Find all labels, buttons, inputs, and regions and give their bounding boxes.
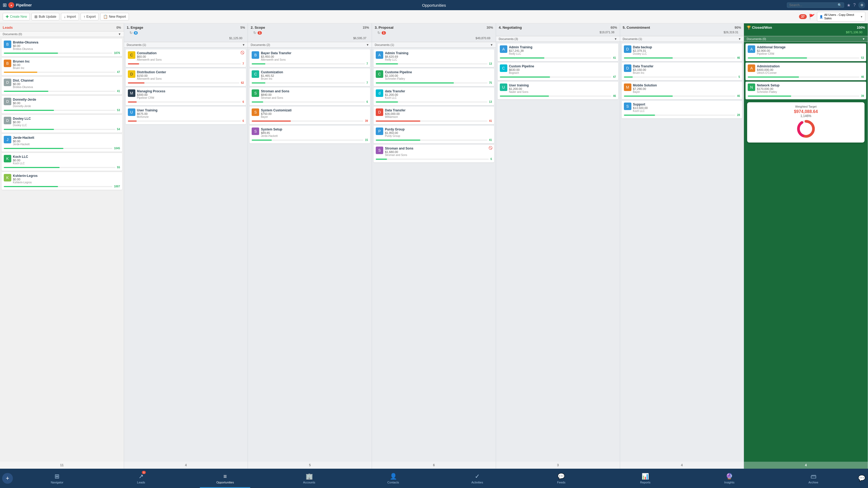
card-days: 53: [117, 109, 120, 112]
card[interactable]: C Custom Pipeline $630.00 Bogisich 47: [498, 63, 618, 80]
search-input[interactable]: [789, 3, 838, 7]
card[interactable]: S System Customizati $750.00 Bayer 39: [249, 106, 370, 124]
docs-header-negotiating[interactable]: Documents (3) ▼: [496, 36, 620, 42]
card[interactable]: B Brunen Inc $0.00 Bruen Inc 47: [2, 58, 122, 75]
card-logo: D: [4, 98, 11, 105]
import-button[interactable]: ↓ Import: [61, 13, 79, 21]
docs-chevron: ▼: [738, 37, 741, 40]
card-info: Network Setup $170,000.00 Schmeler-Flatl…: [757, 84, 864, 93]
card-progress-bar: [500, 76, 550, 77]
card-amount: $1,950.00: [385, 131, 492, 134]
cancel-icon[interactable]: 🚫: [240, 51, 244, 55]
new-report-button[interactable]: 📋 New Report: [100, 13, 129, 21]
card[interactable]: 🚫 S Stroman and Sons $1,680.00 Stroman a…: [374, 145, 494, 162]
card[interactable]: B Bayer Data Transfer $3,450.00 Altenwer…: [249, 50, 370, 67]
card-progress: [4, 110, 116, 111]
card[interactable]: D Distribution Center $150.00 Altenwerth…: [126, 68, 246, 86]
card-name: Stroman and Sons: [261, 89, 368, 93]
card-amount: $750.00: [261, 112, 368, 116]
docs-header-commitment[interactable]: Documents (1) ▼: [620, 36, 744, 42]
star-icon[interactable]: ★: [847, 3, 850, 8]
card-logo: B: [4, 40, 11, 48]
create-new-button[interactable]: ✚ Create New: [3, 13, 30, 21]
card-footer: 13: [376, 100, 492, 103]
card[interactable]: C Custome Pipeline $2,100.00 Schmeler-Fl…: [374, 68, 494, 86]
nav-item-insights[interactable]: 🔮 Insights: [687, 469, 771, 488]
refresh-icon[interactable]: ↻: [129, 31, 133, 35]
nav-item-feeds[interactable]: 💬 Feeds: [519, 469, 603, 488]
user-filter-dropdown[interactable]: 👤 All Users - Copy Direct Sales ▼: [817, 12, 865, 22]
card-logo: A: [748, 45, 755, 53]
nav-item-accounts[interactable]: 🏢 Accounts: [267, 469, 351, 488]
card[interactable]: D Data Transfer $36,000.00 Williamson 41: [374, 106, 494, 124]
nav-item-reports[interactable]: 📊 Reports: [603, 469, 687, 488]
nav-item-opportunities[interactable]: ≡ Opportunities: [183, 469, 267, 488]
nav-item-archive[interactable]: 🗃 Archive: [771, 469, 856, 488]
search-box[interactable]: 🔍: [787, 2, 844, 8]
nav-item-activities[interactable]: ✓ Activities: [435, 469, 519, 488]
docs-header-leads[interactable]: Documents (0) ▼: [0, 31, 124, 37]
card[interactable]: 🚫 C Consultation $60.00 Altenwerth and S…: [126, 50, 246, 67]
col-header-row: Leads 0%: [3, 26, 121, 30]
bulk-update-button[interactable]: ⊞ Bulk Update: [31, 13, 59, 21]
card[interactable]: A Additional Storage $2,900.00 Pipeliner…: [746, 43, 866, 61]
nav-item-navigator[interactable]: ⊞ Navigator: [15, 469, 99, 488]
card-name: Brunen Inc: [13, 60, 120, 63]
card[interactable]: K Koch LLC $0.00 Koch LLC 55: [2, 153, 122, 171]
card-logo: D: [624, 64, 631, 72]
archive-icon: 🗃: [810, 473, 816, 480]
help-button[interactable]: 💬: [858, 475, 865, 482]
card[interactable]: D Data Transfer $3,150.00 Bruen Inc 5: [622, 63, 742, 80]
card-header: A Admin Training $17,241.38 Reilly LLC: [500, 45, 616, 55]
docs-header-engage[interactable]: Documents (1) ▼: [124, 42, 248, 48]
card[interactable]: S Support $13,500.00 Koch LLC 28: [622, 101, 742, 118]
export-button[interactable]: ↑ Export: [81, 13, 99, 21]
nav-item-leads[interactable]: ↗ Leads 1: [99, 469, 183, 488]
user-avatar[interactable]: ⚙: [858, 2, 865, 9]
col-cards-commitment: D Data backup $2,379.31 Dooley LLC 46: [620, 42, 744, 462]
help-icon[interactable]: ?: [853, 3, 856, 7]
card[interactable]: U User Training $675.00 McKenzie 6: [126, 106, 246, 124]
apps-icon[interactable]: ⊞: [3, 2, 7, 8]
docs-header-closed_won[interactable]: Documents (0) ▼: [744, 36, 868, 42]
card[interactable]: D Donnelly-Jerde $0.00 Donnelly-Jerde 53: [2, 96, 122, 113]
card[interactable]: M Managing Process $300.00 Pipeliner CRM…: [126, 88, 246, 105]
card[interactable]: d data Transfer $1,200.00 Koch LLC 13: [374, 88, 494, 105]
card[interactable]: D Data backup $2,379.31 Dooley LLC 46: [622, 43, 742, 61]
refresh-icon[interactable]: ↻: [377, 31, 380, 35]
card[interactable]: A Admin Training $8,620.69 Reilly LLC 13: [374, 50, 494, 67]
card[interactable]: A Administration $400,000.00 Ullrich-O'C…: [746, 63, 866, 80]
card[interactable]: S Stroman and Sons $840.00 Stroman and S…: [249, 88, 370, 105]
docs-header-scope[interactable]: Documents (2) ▼: [248, 42, 372, 48]
card[interactable]: K Kshlerin-Legros $0.00 Kshlerin-Legros …: [2, 172, 122, 190]
refresh-icon[interactable]: ↻: [253, 31, 256, 35]
card[interactable]: M Mobile Solution $7,290.00 Bayer 46: [622, 82, 742, 99]
card-name: Additional Storage: [757, 45, 864, 49]
card[interactable]: D Dist. Channel $0.00 Brekke-Okuneva 41: [2, 77, 122, 95]
card[interactable]: P Purdy Group $1,950.00 Purdy Group 41: [374, 126, 494, 143]
toolbar: ✚ Create New ⊞ Bulk Update ↓ Import ↑ Ex…: [0, 10, 868, 23]
card-logo: K: [4, 174, 11, 182]
col-header-commitment: 5. Commintment 90%$26,319.31: [620, 23, 744, 36]
card[interactable]: D Dooley LLC $0.00 Dooley LLC 54: [2, 115, 122, 133]
card-footer: 1076: [4, 52, 120, 55]
card[interactable]: B Brekke-Okuneva $0.00 Brekke-Okuneva 10…: [2, 39, 122, 56]
col-actions: ↻ 4: [127, 30, 245, 36]
add-button[interactable]: +: [2, 473, 13, 484]
card[interactable]: S System Setup $89.85 Jerde-Hackett 15: [249, 126, 370, 143]
user-filter-text: All Users - Copy Direct Sales: [824, 13, 859, 20]
card-logo: D: [4, 117, 11, 124]
col-amount: $871,106.90: [747, 30, 865, 35]
top-bar: ⊞ ● Pipeliner Opportunities 🔍 ★ ? ⚙: [0, 0, 868, 10]
card[interactable]: U User training $1,200.00 Nader and Sons…: [498, 82, 618, 99]
count-badge: 37: [799, 14, 807, 19]
col-cards-proposal: A Admin Training $8,620.69 Reilly LLC 13: [372, 48, 496, 462]
card[interactable]: N Network Setup $170,000.00 Schmeler-Fla…: [746, 82, 866, 99]
nav-item-contacts[interactable]: 👤 Contacts: [351, 469, 435, 488]
docs-header-proposal[interactable]: Documents (1) ▼: [372, 42, 496, 48]
card[interactable]: C Customization $1,465.52 Bruen Inc 7: [249, 68, 370, 86]
card[interactable]: A Admin Training $17,241.38 Reilly LLC 4…: [498, 43, 618, 61]
card-name: Support: [633, 102, 740, 106]
card[interactable]: J Jerde-Hackett $0.00 Jerde-Hackett 1045: [2, 134, 122, 152]
cancel-icon[interactable]: 🚫: [489, 146, 493, 150]
